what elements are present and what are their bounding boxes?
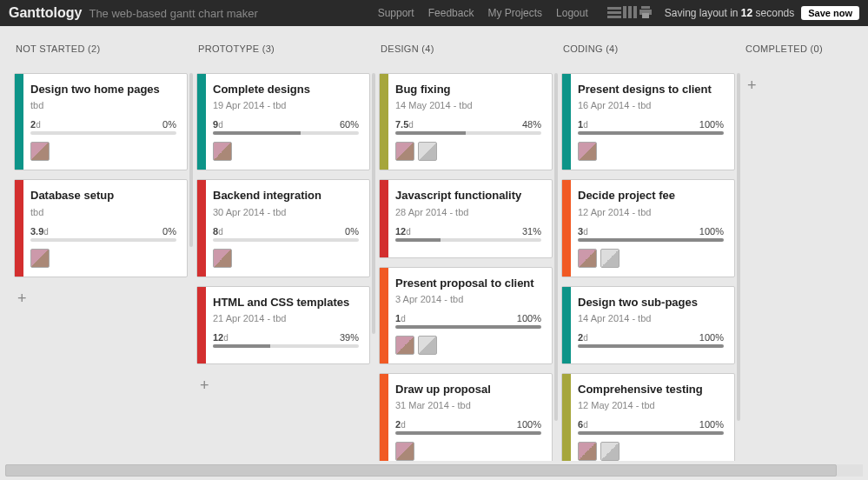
- avatar: [418, 142, 437, 161]
- brand: Ganttology: [9, 5, 82, 21]
- card-duration: 7.5d: [395, 119, 414, 130]
- card-title: HTML and CSS templates: [213, 296, 359, 310]
- column-header: PROTOTYPE (3): [196, 43, 370, 54]
- add-card-button[interactable]: +: [744, 73, 760, 98]
- column-scrollbar[interactable]: [189, 73, 193, 247]
- card-stripe: [197, 287, 206, 363]
- board: NOT STARTED (2)Design two home pagestbd2…: [0, 26, 868, 461]
- save-now-button[interactable]: Save now: [801, 6, 859, 20]
- column: PROTOTYPE (3)Complete designs19 Apr 2014…: [196, 43, 370, 456]
- task-card[interactable]: Backend integration30 Apr 2014 - tbd8d0%: [196, 179, 370, 277]
- card-stripe: [380, 374, 388, 461]
- column-scrollbar[interactable]: [372, 73, 375, 334]
- progress-bar: [213, 238, 359, 242]
- progress-bar: [213, 344, 359, 348]
- add-card-button[interactable]: +: [196, 373, 213, 398]
- card-stripe: [562, 374, 571, 461]
- card-title: Complete designs: [213, 83, 359, 97]
- card-duration: 12d: [213, 332, 229, 343]
- print-icon[interactable]: [639, 6, 653, 21]
- card-percent: 100%: [517, 419, 541, 430]
- task-card[interactable]: HTML and CSS templates21 Apr 2014 - tbd1…: [196, 286, 370, 364]
- nav-logout[interactable]: Logout: [556, 7, 588, 19]
- view-list-icon[interactable]: [607, 6, 621, 21]
- card-progress-row: 6d100%: [578, 419, 724, 430]
- task-card[interactable]: Present designs to client16 Apr 2014 - t…: [561, 73, 735, 170]
- task-card[interactable]: Bug fixing14 May 2014 - tbd7.5d48%: [379, 73, 553, 170]
- card-date: 3 Apr 2014 - tbd: [395, 294, 541, 304]
- card-duration: 2d: [395, 419, 406, 430]
- add-card-button[interactable]: +: [14, 286, 30, 311]
- card-percent: 100%: [517, 313, 541, 323]
- card-title: Decide project fee: [578, 189, 724, 203]
- task-card[interactable]: Comprehensive testing12 May 2014 - tbd6d…: [561, 373, 735, 461]
- task-card[interactable]: Design two home pagestbd2d0%: [14, 73, 188, 170]
- progress-bar: [395, 431, 541, 435]
- card-stripe: [197, 74, 206, 170]
- progress-bar: [213, 131, 359, 135]
- avatar: [578, 249, 597, 268]
- card-title: Database setup: [30, 189, 176, 203]
- svg-rect-5: [633, 6, 637, 18]
- card-title: Design two sub-pages: [578, 296, 724, 310]
- card-title: Design two home pages: [30, 83, 176, 97]
- nav-my-projects[interactable]: My Projects: [487, 7, 542, 19]
- card-title: Bug fixing: [395, 83, 541, 97]
- card-percent: 31%: [522, 226, 541, 237]
- progress-bar: [395, 131, 541, 135]
- card-title: Present designs to client: [578, 83, 724, 97]
- card-progress-row: 9d60%: [213, 119, 359, 130]
- svg-rect-8: [642, 13, 649, 18]
- avatar: [578, 142, 597, 161]
- avatar: [213, 249, 232, 268]
- card-date: 31 Mar 2014 - tbd: [395, 400, 541, 410]
- column: DESIGN (4)Bug fixing14 May 2014 - tbd7.5…: [379, 43, 553, 456]
- avatar: [30, 142, 50, 161]
- card-avatars: [213, 249, 359, 268]
- progress-bar: [578, 131, 724, 135]
- card-duration: 9d: [213, 119, 223, 130]
- card-progress-row: 3d100%: [578, 226, 724, 237]
- card-title: Javascript functionality: [395, 189, 541, 203]
- avatar: [395, 336, 414, 355]
- card-progress-row: 3.9d0%: [30, 226, 176, 237]
- card-stripe: [15, 180, 23, 276]
- card-date: 16 Apr 2014 - tbd: [578, 100, 724, 110]
- task-card[interactable]: Decide project fee12 Apr 2014 - tbd3d100…: [561, 179, 735, 277]
- progress-bar: [578, 431, 724, 435]
- card-percent: 60%: [340, 119, 359, 130]
- card-stripe: [562, 180, 571, 276]
- view-board-icon[interactable]: [623, 6, 637, 21]
- card-duration: 2d: [30, 119, 41, 130]
- nav-feedback[interactable]: Feedback: [428, 7, 474, 19]
- task-card[interactable]: Javascript functionality28 Apr 2014 - tb…: [379, 179, 553, 257]
- card-avatars: [30, 249, 176, 268]
- card-avatars: [395, 336, 541, 355]
- card-progress-row: 2d100%: [395, 419, 541, 430]
- task-card[interactable]: Complete designs19 Apr 2014 - tbd9d60%: [196, 73, 370, 170]
- progress-bar: [395, 325, 541, 329]
- card-duration: 1d: [578, 119, 588, 130]
- card-percent: 39%: [340, 332, 359, 343]
- horizontal-scrollbar[interactable]: [5, 464, 863, 477]
- progress-bar: [30, 131, 176, 135]
- card-percent: 0%: [345, 226, 359, 237]
- card-date: tbd: [30, 207, 176, 217]
- task-card[interactable]: Draw up proposal31 Mar 2014 - tbd2d100%: [379, 373, 553, 461]
- card-date: 14 Apr 2014 - tbd: [578, 313, 724, 323]
- nav-support[interactable]: Support: [378, 7, 414, 19]
- card-date: 14 May 2014 - tbd: [395, 100, 541, 110]
- column-scrollbar[interactable]: [554, 73, 558, 421]
- card-stripe: [15, 74, 23, 170]
- column: CODING (4)Present designs to client16 Ap…: [561, 43, 735, 456]
- card-avatars: [578, 442, 724, 461]
- task-card[interactable]: Present proposal to client3 Apr 2014 - t…: [379, 267, 553, 364]
- task-card[interactable]: Design two sub-pages14 Apr 2014 - tbd2d1…: [561, 286, 735, 364]
- card-avatars: [578, 249, 724, 268]
- card-duration: 3d: [578, 226, 588, 237]
- card-title: Backend integration: [213, 189, 359, 203]
- column: COMPLETED (0)+: [744, 43, 868, 456]
- column-scrollbar[interactable]: [737, 73, 740, 421]
- card-date: 19 Apr 2014 - tbd: [213, 100, 359, 110]
- task-card[interactable]: Database setuptbd3.9d0%: [14, 179, 188, 277]
